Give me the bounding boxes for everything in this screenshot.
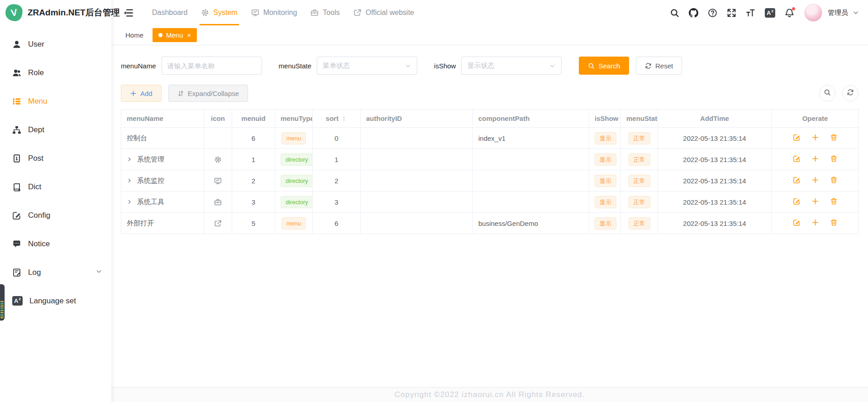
external-link-icon xyxy=(214,220,222,227)
is-show-select[interactable]: 显示状态 xyxy=(461,57,562,75)
config-icon xyxy=(12,211,21,220)
row-add-button[interactable] xyxy=(811,219,819,228)
menu-name-input[interactable] xyxy=(162,57,262,75)
logo[interactable]: V ZRAdmin.NET后台管理 xyxy=(0,0,111,25)
menu-state-select[interactable]: 菜单状态 xyxy=(317,57,417,75)
toggle-search-button[interactable] xyxy=(819,85,835,101)
column-header-menutype: menuType xyxy=(275,110,313,128)
add-button-label: Add xyxy=(140,90,153,97)
search-button[interactable]: Search xyxy=(579,57,629,75)
cell-is-show: 显示 xyxy=(589,191,621,213)
nav-item-label: System xyxy=(213,9,237,17)
expand-collapse-button[interactable]: Expand/Collapse xyxy=(168,85,248,102)
search-button-label: Search xyxy=(598,62,620,70)
search-button[interactable] xyxy=(670,8,679,18)
row-add-button[interactable] xyxy=(811,197,819,206)
sidebar-item-menu[interactable]: Menu xyxy=(0,87,111,115)
row-delete-button[interactable] xyxy=(830,134,838,143)
menu-state-tag: 正常 xyxy=(629,132,650,144)
copyright-text: Copyright ©2022 izhaorui.cn All Rights R… xyxy=(395,390,585,399)
plus-icon xyxy=(811,155,819,164)
sidebar-item-post[interactable]: Post xyxy=(0,144,111,172)
fullscreen-button[interactable] xyxy=(727,8,736,18)
sidebar-item-user[interactable]: User xyxy=(0,30,111,58)
nav-item-tools[interactable]: Tools xyxy=(304,0,346,25)
row-edit-button[interactable] xyxy=(793,197,801,206)
cell-operate xyxy=(772,128,859,149)
is-show-tag: 显示 xyxy=(595,196,616,208)
expand-caret-icon[interactable] xyxy=(127,157,132,162)
question-button[interactable] xyxy=(708,8,717,18)
sidebar-item-label: Log xyxy=(28,268,41,277)
column-header-sort[interactable]: sort xyxy=(313,110,361,128)
sidebar-item-config[interactable]: Config xyxy=(0,201,111,230)
trash-icon xyxy=(830,219,838,228)
nav-item-monitoring[interactable]: Monitoring xyxy=(244,0,304,25)
user-name[interactable]: 管理员 xyxy=(828,9,848,17)
row-edit-button[interactable] xyxy=(793,155,801,164)
column-header-operate: Operate xyxy=(772,110,859,128)
cell-add-time: 2022-05-13 21:35:14 xyxy=(658,149,772,170)
sort-carets-icon[interactable] xyxy=(341,115,347,122)
row-delete-button[interactable] xyxy=(830,176,838,185)
translate-icon: Az xyxy=(765,8,775,18)
cell-icon xyxy=(204,149,232,170)
navbar-icon-cluster: Az xyxy=(670,8,794,18)
reset-button[interactable]: Reset xyxy=(636,57,682,75)
cell-sort: 0 xyxy=(313,128,361,149)
nav-item-official-website[interactable]: Official website xyxy=(347,0,421,25)
column-header-label: menuState xyxy=(626,115,658,122)
row-delete-button[interactable] xyxy=(830,197,838,206)
cell-menu-name: 系统管理 xyxy=(121,149,204,170)
cell-menu-name: 外部打开 xyxy=(121,213,204,234)
sidebar-item-notice[interactable]: Notice xyxy=(0,230,111,258)
edit-icon xyxy=(793,155,801,164)
sidebar-collapse-button[interactable] xyxy=(123,8,134,18)
row-add-button[interactable] xyxy=(811,155,819,164)
sidebar-item-role[interactable]: Role xyxy=(0,58,111,87)
search-icon xyxy=(824,89,831,98)
browser-extension-widget[interactable] xyxy=(0,284,5,321)
cell-menu-state: 正常 xyxy=(621,170,658,191)
refresh-icon xyxy=(847,89,854,98)
row-edit-button[interactable] xyxy=(793,134,801,143)
sidebar-item-dept[interactable]: Dept xyxy=(0,115,111,144)
nav-item-dashboard[interactable]: Dashboard xyxy=(145,0,194,25)
cell-icon xyxy=(204,170,232,191)
user-chevron-down-icon[interactable] xyxy=(853,10,859,16)
tab-home[interactable]: Home xyxy=(122,29,147,42)
tab-close-icon[interactable]: × xyxy=(187,32,191,38)
row-add-button[interactable] xyxy=(811,176,819,185)
external-link-icon xyxy=(353,9,362,17)
row-add-button[interactable] xyxy=(811,134,819,143)
sidebar-item-label: User xyxy=(28,40,44,49)
tab-menu[interactable]: Menu × xyxy=(153,28,197,42)
column-header-label: menuid xyxy=(241,115,265,122)
refresh-table-button[interactable] xyxy=(842,85,858,101)
cell-component-path xyxy=(473,170,589,191)
sidebar-item-dict[interactable]: Dict xyxy=(0,172,111,201)
expand-caret-icon[interactable] xyxy=(127,199,132,205)
menu-state-tag: 正常 xyxy=(629,217,650,230)
reset-button-label: Reset xyxy=(655,62,673,70)
bell-button[interactable] xyxy=(785,8,794,18)
sidebar-item-log[interactable]: Log xyxy=(0,258,111,287)
cell-menu-type: menu xyxy=(275,213,313,234)
search-icon xyxy=(588,62,595,69)
expand-caret-icon[interactable] xyxy=(127,178,132,183)
translate-button[interactable]: Az xyxy=(765,8,775,18)
github-button[interactable] xyxy=(689,8,698,18)
font-size-button[interactable] xyxy=(746,8,755,18)
expand-collapse-label: Expand/Collapse xyxy=(188,90,239,97)
row-delete-button[interactable] xyxy=(830,155,838,164)
menu-type-tag: menu xyxy=(281,217,306,230)
sidebar-item-language-set[interactable]: AzLanguage set xyxy=(0,287,111,315)
avatar[interactable] xyxy=(804,4,822,22)
cell-icon xyxy=(204,128,232,149)
nav-item-system[interactable]: System xyxy=(194,0,244,25)
row-edit-button[interactable] xyxy=(793,176,801,185)
row-delete-button[interactable] xyxy=(830,219,838,228)
add-button[interactable]: Add xyxy=(121,85,162,102)
cell-component-path: business/GenDemo xyxy=(473,213,589,234)
row-edit-button[interactable] xyxy=(793,219,801,228)
